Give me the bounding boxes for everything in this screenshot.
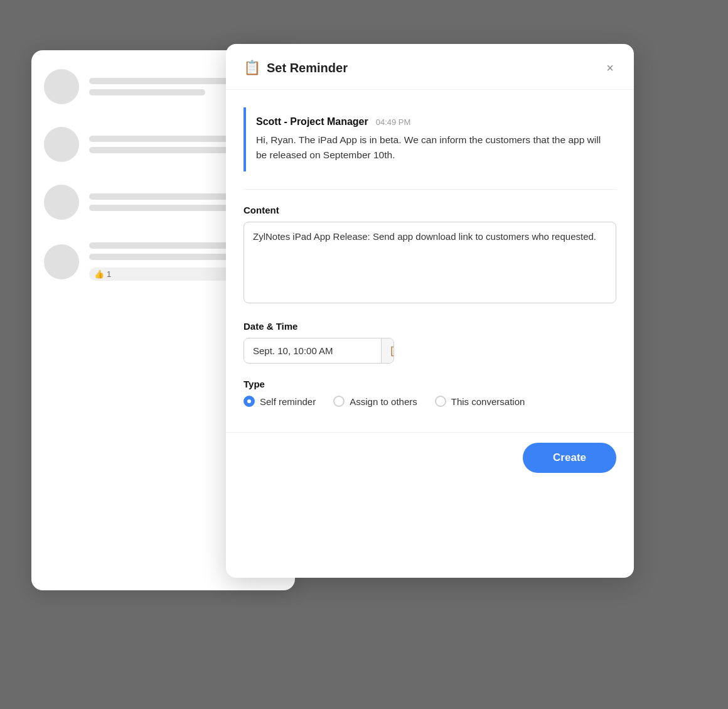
- chat-line: [89, 254, 244, 260]
- radio-group: Self reminder Assign to others This conv…: [244, 396, 616, 407]
- close-button[interactable]: ×: [604, 59, 616, 77]
- like-count: 1: [107, 269, 111, 279]
- content-label: Content: [244, 205, 616, 215]
- datetime-label: Date & Time: [244, 321, 616, 332]
- create-button[interactable]: Create: [523, 443, 616, 473]
- modal-title-row: 📋 Set Reminder: [244, 60, 348, 76]
- radio-circle-others: [333, 396, 345, 407]
- avatar: [44, 69, 79, 104]
- message-author: Scott - Project Manager: [256, 116, 368, 127]
- like-icon: 👍: [94, 269, 104, 279]
- message-author-row: Scott - Project Manager 04:49 PM: [256, 116, 606, 127]
- section-divider: [244, 189, 616, 190]
- avatar: [44, 244, 79, 279]
- datetime-section: Date & Time 📋: [244, 321, 616, 364]
- radio-circle-self: [244, 396, 255, 407]
- avatar: [44, 185, 79, 220]
- radio-option-conversation[interactable]: This conversation: [435, 396, 525, 407]
- modal-header: 📋 Set Reminder ×: [226, 44, 634, 90]
- content-input[interactable]: ZylNotes iPad App Release: Send app down…: [244, 222, 616, 303]
- radio-option-others[interactable]: Assign to others: [333, 396, 417, 407]
- message-time: 04:49 PM: [376, 117, 411, 127]
- datetime-picker-button[interactable]: 📋: [381, 338, 394, 363]
- datetime-input[interactable]: [244, 339, 381, 362]
- modal-title: Set Reminder: [267, 61, 348, 75]
- message-preview: Scott - Project Manager 04:49 PM Hi, Rya…: [244, 107, 616, 171]
- modal-body: Scott - Project Manager 04:49 PM Hi, Rya…: [226, 90, 634, 422]
- chat-line: [89, 205, 244, 211]
- radio-option-self[interactable]: Self reminder: [244, 396, 316, 407]
- datetime-input-wrapper: 📋: [244, 338, 394, 364]
- chat-line: [89, 78, 244, 84]
- avatar: [44, 127, 79, 162]
- type-label: Type: [244, 379, 616, 389]
- chat-line: [89, 89, 205, 95]
- chat-line: [89, 147, 244, 153]
- radio-label-conversation: This conversation: [451, 396, 525, 407]
- radio-label-others: Assign to others: [350, 396, 417, 407]
- reminder-icon: 📋: [244, 60, 260, 76]
- radio-label-self: Self reminder: [260, 396, 316, 407]
- type-section: Type Self reminder Assign to others This…: [244, 379, 616, 407]
- radio-circle-conversation: [435, 396, 446, 407]
- modal-footer: Create: [226, 432, 634, 490]
- message-text: Hi, Ryan. The iPad App is in beta. We ca…: [256, 133, 606, 163]
- set-reminder-modal: 📋 Set Reminder × Scott - Project Manager…: [226, 44, 634, 578]
